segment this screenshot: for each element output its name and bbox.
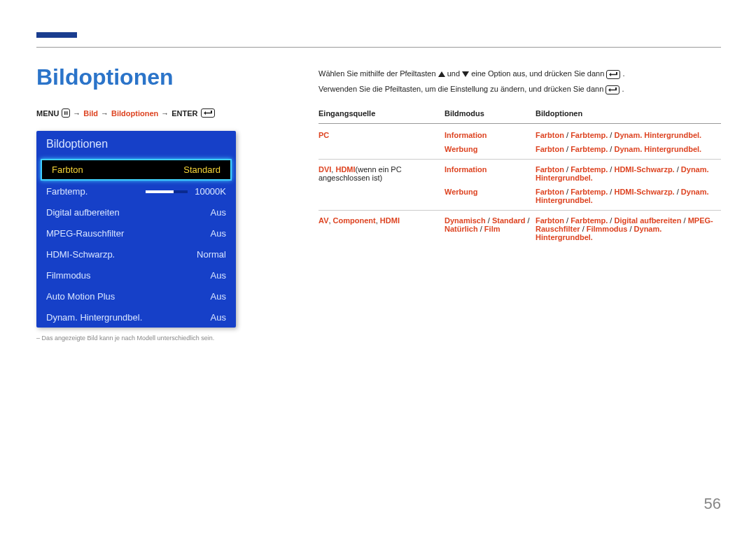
highlight-text: HDMI-Schwarzp.: [614, 188, 674, 196]
osd-row[interactable]: FarbtonStandard: [41, 159, 232, 181]
th-bildoptionen: Bildoptionen: [536, 109, 721, 118]
osd-row-value: Normal: [197, 249, 226, 260]
enter-icon: [606, 85, 620, 94]
section-marker: [36, 32, 77, 38]
plain-text: /: [564, 165, 570, 174]
highlight-text: Information: [444, 131, 487, 139]
breadcrumb-arrow: →: [73, 109, 80, 118]
highlight-text: Filmmodus: [587, 225, 628, 233]
plain-text: /: [627, 225, 634, 233]
osd-row[interactable]: MPEG-RauschfilterAus: [36, 223, 236, 244]
table-cell: Information: [444, 165, 536, 182]
arrow-up-icon: [438, 71, 445, 77]
osd-row-value-wrap: Aus: [211, 291, 226, 302]
plain-text: /: [564, 188, 570, 196]
plain-text: /: [675, 165, 681, 174]
plain-text: /: [478, 225, 484, 233]
osd-row[interactable]: Dynam. Hintergrundbel.Aus: [36, 307, 236, 328]
osd-row[interactable]: Farbtemp.10000K: [36, 181, 236, 202]
highlight-text: PC: [318, 131, 329, 139]
osd-row[interactable]: HDMI-Schwarzp.Normal: [36, 244, 236, 265]
slider-track[interactable]: [146, 190, 188, 193]
table-cell: Farbton / Farbtemp. / Digital aufbereite…: [536, 216, 721, 241]
highlight-text: Farbtemp.: [570, 188, 608, 196]
highlight-text: Farbtemp.: [570, 145, 608, 153]
plain-text: /: [675, 188, 681, 196]
osd-row-label: Digital aufbereiten: [46, 207, 120, 218]
table-row: PCInformationFarbton / Farbtemp. / Dynam…: [318, 128, 721, 142]
osd-row-value-wrap: Normal: [197, 249, 226, 260]
osd-row-value: Standard: [183, 164, 220, 175]
osd-row[interactable]: Digital aufbereitenAus: [36, 202, 236, 223]
osd-row-label: Auto Motion Plus: [46, 291, 115, 302]
osd-row-label: Filmmodus: [46, 270, 91, 281]
osd-row-label: Farbton: [52, 164, 83, 175]
osd-row-label: Farbtemp.: [46, 186, 88, 197]
table-cell: Farbton / Farbtemp. / HDMI-Schwarzp. / D…: [536, 165, 721, 182]
osd-row-label: HDMI-Schwarzp.: [46, 249, 115, 260]
enter-icon: [201, 108, 215, 118]
highlight-text: Farbton: [536, 145, 564, 153]
highlight-text: Farbton: [536, 131, 564, 139]
breadcrumb: MENU III → Bild → Bildoptionen → ENTER: [36, 108, 215, 118]
th-eingangsquelle: Eingangsquelle: [318, 109, 444, 118]
highlight-text: HDMI: [335, 165, 355, 174]
osd-row[interactable]: Auto Motion PlusAus: [36, 286, 236, 307]
table-cell: PC: [318, 131, 444, 139]
table-cell: Werbung: [444, 145, 536, 153]
highlight-text: Farbton: [536, 188, 564, 196]
osd-row-label: Dynam. Hintergrundbel.: [46, 312, 142, 323]
footnote: Das angezeigte Bild kann je nach Modell …: [36, 335, 214, 342]
plain-text: /: [486, 216, 492, 225]
options-table: Eingangsquelle Bildmodus Bildoptionen PC…: [318, 109, 721, 244]
instruction-line-2: Verwenden Sie die Pfeiltasten, um die Ei…: [318, 84, 721, 94]
table-cell: Information: [444, 131, 536, 139]
highlight-text: Farbtemp.: [570, 216, 608, 225]
table-row: AV, Component, HDMIDynamisch / Standard …: [318, 210, 721, 244]
breadcrumb-bildoptionen: Bildoptionen: [111, 109, 158, 118]
osd-row-value-wrap: Aus: [211, 207, 226, 218]
highlight-text: Component: [333, 216, 376, 225]
highlight-text: Farbton: [536, 165, 564, 174]
highlight-text: Dynam. Hintergrundbel.: [614, 145, 701, 153]
highlight-text: Farbtemp.: [570, 131, 608, 139]
osd-row-value-wrap: 10000K: [146, 186, 226, 197]
plain-text: /: [564, 145, 570, 153]
plain-text: /: [681, 216, 687, 225]
plain-text: /: [564, 131, 570, 139]
plain-text: /: [564, 216, 570, 225]
highlight-text: HDMI-Schwarzp.: [614, 165, 674, 174]
table-rule: [318, 123, 721, 124]
table-cell: [318, 145, 444, 153]
table-cell: DVI, HDMI(wenn ein PC angeschlossen ist): [318, 165, 444, 182]
highlight-text: Dynamisch: [444, 216, 486, 225]
arrow-down-icon: [462, 71, 469, 77]
table-row: WerbungFarbton / Farbtemp. / HDMI-Schwar…: [318, 185, 721, 207]
menu-icon: III: [62, 108, 70, 118]
highlight-text: AV: [318, 216, 328, 225]
highlight-text: Information: [444, 165, 487, 174]
table-row: DVI, HDMI(wenn ein PC angeschlossen ist)…: [318, 159, 721, 185]
breadcrumb-arrow: →: [101, 109, 108, 118]
highlight-text: Digital aufbereiten: [614, 216, 681, 225]
osd-panel: Bildoptionen FarbtonStandardFarbtemp.100…: [36, 131, 236, 328]
highlight-text: Werbung: [444, 188, 477, 196]
table-header: Eingangsquelle Bildmodus Bildoptionen: [318, 109, 721, 123]
osd-row-value-wrap: Aus: [211, 228, 226, 239]
osd-row-value: Aus: [211, 228, 226, 239]
highlight-text: HDMI: [380, 216, 400, 225]
highlight-text: Dynam. Hintergrundbel.: [614, 131, 701, 139]
highlight-text: Natürlich: [444, 225, 478, 233]
enter-icon: [606, 70, 620, 79]
page-number: 56: [704, 495, 721, 513]
osd-row-value: Aus: [211, 207, 226, 218]
table-cell: [318, 188, 444, 204]
table-cell: AV, Component, HDMI: [318, 216, 444, 241]
highlight-text: Farbton: [536, 216, 564, 225]
osd-row-value-wrap: Aus: [211, 312, 226, 323]
breadcrumb-enter: ENTER: [172, 109, 197, 118]
table-cell: Farbton / Farbtemp. / Dynam. Hintergrund…: [536, 131, 721, 139]
page-title: Bildoptionen: [36, 64, 174, 90]
table-cell: Farbton / Farbtemp. / Dynam. Hintergrund…: [536, 145, 721, 153]
osd-row[interactable]: FilmmodusAus: [36, 265, 236, 286]
